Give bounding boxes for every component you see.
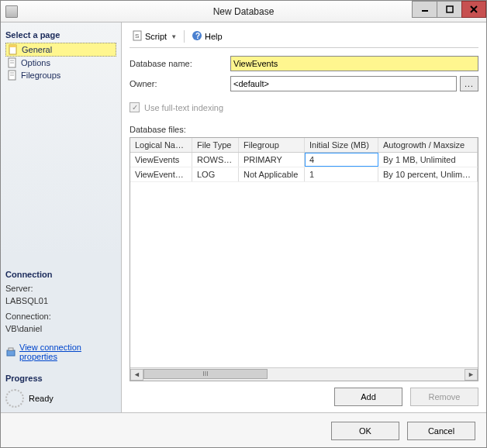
maximize-icon (446, 5, 454, 13)
cell-logical[interactable]: ViewEvents… (130, 167, 192, 181)
help-icon: ? (192, 30, 202, 43)
minimize-button[interactable] (412, 1, 437, 18)
select-page-header: Select a page (5, 30, 116, 40)
toolbar: S Script ▼ ? Help (130, 29, 478, 48)
toolbar-separator (184, 30, 185, 43)
database-files-label: Database files: (130, 125, 478, 134)
page-icon (7, 57, 18, 68)
chevron-down-icon: ▼ (171, 33, 177, 40)
cell-growth[interactable]: By 10 percent, Unlimited (378, 167, 478, 181)
cell-filegroup[interactable]: Not Applicable (239, 167, 305, 181)
owner-label: Owner: (130, 79, 230, 88)
owner-row: Owner: ... (130, 76, 478, 91)
scroll-thumb[interactable]: III (143, 369, 268, 379)
fulltext-label: Use full-text indexing (144, 103, 223, 112)
server-label: Server: (5, 284, 116, 293)
script-icon: S (132, 30, 143, 43)
sidebar-item-general[interactable]: General (5, 43, 116, 57)
col-filegroup[interactable]: Filegroup (239, 138, 305, 152)
svg-rect-5 (9, 45, 16, 47)
table-row[interactable]: ViewEvents… LOG Not Applicable 1 By 10 p… (130, 167, 478, 182)
database-files-grid[interactable]: Logical Name File Type Filegroup Initial… (130, 137, 478, 381)
ok-button[interactable]: OK (331, 422, 399, 440)
cell-type[interactable]: ROWS… (192, 153, 239, 167)
progress-status: Ready (29, 394, 54, 403)
help-label: Help (205, 32, 223, 41)
db-name-input[interactable] (230, 56, 478, 71)
col-initial-size[interactable]: Initial Size (MB) (305, 138, 378, 152)
cell-type[interactable]: LOG (192, 167, 239, 181)
scroll-left-arrow[interactable]: ◄ (130, 369, 143, 381)
sidebar-item-label: General (22, 45, 52, 54)
sidebar-item-label: Options (21, 58, 50, 67)
svg-rect-12 (7, 350, 15, 356)
cancel-button[interactable]: Cancel (407, 422, 475, 440)
server-value: LABSQL01 (5, 296, 116, 305)
window-buttons (412, 1, 486, 18)
db-name-label: Database name: (130, 59, 230, 68)
col-file-type[interactable]: File Type (192, 138, 239, 152)
page-icon (8, 44, 19, 55)
svg-text:S: S (135, 33, 139, 40)
cell-size[interactable]: 1 (305, 167, 378, 181)
cell-growth[interactable]: By 1 MB, Unlimited (378, 153, 478, 167)
horizontal-scrollbar[interactable]: ◄ III ► (130, 367, 478, 381)
sidebar-item-label: Filegroups (21, 71, 60, 80)
svg-rect-13 (9, 348, 13, 350)
db-name-row: Database name: (130, 56, 478, 71)
sidebar-item-options[interactable]: Options (5, 57, 116, 69)
view-connection-properties-link[interactable]: View connection properties (5, 343, 116, 361)
fulltext-checkbox: ✓ (130, 102, 140, 112)
content: Select a page General Options Filegroups… (1, 22, 486, 412)
titlebar: New Database (1, 1, 486, 22)
cell-logical[interactable]: ViewEvents (130, 153, 192, 167)
svg-rect-1 (447, 6, 453, 12)
dialog-footer: OK Cancel (1, 412, 486, 448)
page-icon (7, 70, 18, 81)
main-pane: S Script ▼ ? Help Database name: Owner: … (122, 22, 486, 412)
help-button[interactable]: ? Help (189, 29, 225, 44)
progress-header: Progress (5, 374, 116, 383)
scroll-track[interactable]: III (143, 369, 465, 381)
fulltext-row: ✓ Use full-text indexing (130, 102, 478, 112)
sidebar: Select a page General Options Filegroups… (1, 22, 122, 412)
grid-body: ViewEvents ROWS… PRIMARY 4 By 1 MB, Unli… (130, 153, 478, 367)
connection-header: Connection (5, 270, 116, 279)
col-logical-name[interactable]: Logical Name (130, 138, 192, 152)
add-button[interactable]: Add (334, 388, 402, 406)
col-autogrowth[interactable]: Autogrowth / Maxsize (378, 138, 478, 152)
cell-size[interactable]: 4 (305, 153, 378, 167)
link-text: View connection properties (19, 343, 116, 361)
progress-row: Ready (5, 389, 116, 408)
owner-browse-button[interactable]: ... (460, 76, 478, 91)
maximize-button[interactable] (437, 1, 461, 18)
sidebar-item-filegroups[interactable]: Filegroups (5, 69, 116, 81)
scroll-right-arrow[interactable]: ► (465, 369, 478, 381)
grid-header: Logical Name File Type Filegroup Initial… (130, 138, 478, 153)
script-button[interactable]: S Script ▼ (130, 29, 179, 44)
connection-value: VB\daniel (5, 324, 116, 333)
remove-button: Remove (410, 388, 478, 406)
minimize-icon (421, 5, 429, 13)
script-label: Script (145, 32, 167, 41)
server-icon (5, 346, 16, 357)
connection-label: Connection: (5, 312, 116, 321)
cell-filegroup[interactable]: PRIMARY (239, 153, 305, 167)
close-button[interactable] (461, 1, 486, 18)
table-row[interactable]: ViewEvents ROWS… PRIMARY 4 By 1 MB, Unli… (130, 153, 478, 167)
owner-input[interactable] (230, 76, 457, 91)
close-icon (470, 5, 478, 13)
file-buttons-row: Add Remove (130, 388, 478, 406)
svg-text:?: ? (195, 32, 200, 40)
progress-ring-icon (5, 389, 24, 408)
